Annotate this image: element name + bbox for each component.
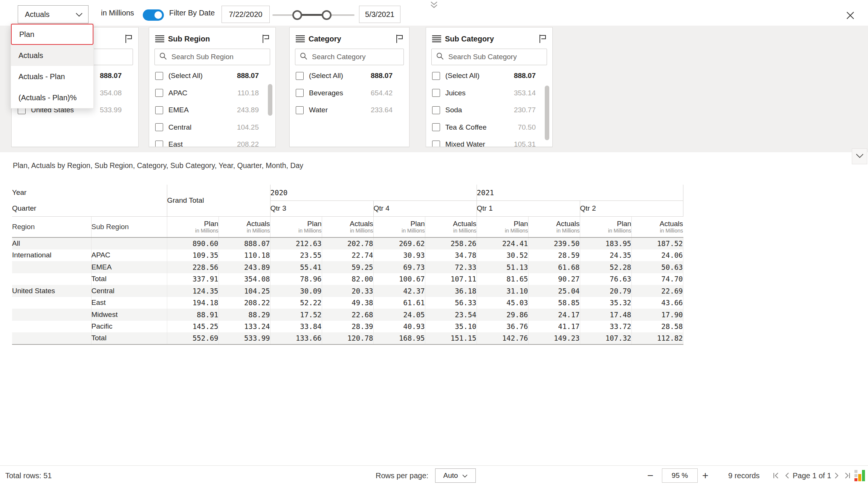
previous-page-button[interactable] <box>784 472 790 479</box>
chevron-down-icon <box>462 471 468 480</box>
filter-item-list: (Select All)888.07Beverages654.42Water23… <box>295 28 404 147</box>
measure-dropdown[interactable]: Actuals <box>18 5 89 23</box>
sub-region-cell: Central <box>91 285 167 297</box>
rows-per-page-select[interactable]: Auto <box>435 468 476 483</box>
value-cell: 109.35 <box>167 249 219 262</box>
value-cell: 133.66 <box>270 332 322 344</box>
close-button[interactable] <box>845 11 856 21</box>
menu-option-actuals-plan[interactable]: (Actuals - Plan)% <box>11 87 93 108</box>
expand-filters-button[interactable] <box>852 148 867 164</box>
collapse-toolbar-icon[interactable] <box>430 1 438 10</box>
value-cell: 45.03 <box>477 297 528 309</box>
value-cell: 28.39 <box>322 321 373 333</box>
filter-item-label: EMEA <box>168 106 189 114</box>
sub-region-cell <box>91 237 167 249</box>
value-cell: 88.91 <box>167 309 219 321</box>
next-page-button[interactable] <box>833 472 840 479</box>
filter-item-value: 353.14 <box>514 89 536 97</box>
measure-name: Actuals <box>322 220 373 228</box>
value-cell: 354.08 <box>219 273 270 285</box>
checkbox[interactable] <box>155 106 163 114</box>
date-range-slider[interactable] <box>272 10 355 20</box>
measure-dropdown-value: Actuals <box>25 10 50 19</box>
filter-item-water[interactable]: Water233.64 <box>296 101 393 119</box>
value-cell: 239.50 <box>528 237 580 249</box>
year-header-2021: 2021 <box>477 185 683 200</box>
filter-item-select-all[interactable]: (Select All)888.07 <box>296 67 393 84</box>
checkbox[interactable] <box>296 72 304 80</box>
unit-label: in Millions <box>101 0 134 26</box>
scrollbar-thumb[interactable] <box>545 86 549 140</box>
slider-handle-start[interactable] <box>292 10 302 20</box>
end-date-input[interactable] <box>359 6 400 23</box>
filter-item-mixed-water[interactable]: Mixed Water105.31 <box>432 136 536 147</box>
zoom-level-input[interactable] <box>662 468 698 483</box>
zoom-out-button[interactable]: − <box>645 467 656 485</box>
measure-unit: in Millions <box>580 228 631 234</box>
region-cell: International <box>12 249 91 262</box>
actuals-column-header: Actualsin Millions <box>219 216 270 237</box>
filter-item-soda[interactable]: Soda230.77 <box>432 101 536 119</box>
checkbox[interactable] <box>155 89 163 97</box>
filter-item-value: 533.99 <box>100 106 122 114</box>
last-page-button[interactable] <box>843 472 851 479</box>
measure-unit: in Millions <box>322 228 373 234</box>
checkbox[interactable] <box>432 89 440 97</box>
checkbox[interactable] <box>296 89 304 97</box>
slider-handle-end[interactable] <box>322 10 332 20</box>
checkbox[interactable] <box>155 72 163 80</box>
start-date-input[interactable] <box>222 6 270 23</box>
menu-option-actuals[interactable]: Actuals <box>11 45 93 66</box>
measure-name: Plan <box>270 220 322 228</box>
scrollbar-thumb[interactable] <box>268 84 272 116</box>
status-bar: Total rows: 51 Rows per page: Auto − + 9… <box>0 465 868 485</box>
value-cell: 35.10 <box>425 321 477 333</box>
actuals-column-header: Actualsin Millions <box>322 216 373 237</box>
table-row-pacific: Pacific145.25133.2433.8428.3940.9335.103… <box>12 321 683 333</box>
value-cell: 17.90 <box>631 309 683 321</box>
year-row-label: Year <box>12 185 167 200</box>
region-cell: United States <box>12 285 91 297</box>
menu-option-actuals-plan[interactable]: Actuals - Plan <box>11 66 93 87</box>
filter-item-emea[interactable]: EMEA243.89 <box>155 101 259 119</box>
filter-item-beverages[interactable]: Beverages654.42 <box>296 84 393 102</box>
value-cell: 74.70 <box>631 273 683 285</box>
filter-item-central[interactable]: Central104.25 <box>155 119 259 136</box>
value-cell: 33.84 <box>270 321 322 333</box>
table-row-total: Total552.69533.99133.66120.78168.95151.1… <box>12 332 683 344</box>
filter-item-tea-coffee[interactable]: Tea & Coffee70.50 <box>432 119 536 136</box>
toolbar: Actuals in Millions Filter By Date <box>0 0 868 26</box>
chevron-down-icon <box>75 10 83 19</box>
filter-item-select-all[interactable]: (Select All)888.07 <box>155 67 259 84</box>
filter-item-select-all[interactable]: (Select All)888.07 <box>432 67 536 84</box>
filter-item-east[interactable]: East208.22 <box>155 136 259 147</box>
checkbox[interactable] <box>296 106 304 114</box>
zoom-in-button[interactable]: + <box>700 467 711 485</box>
value-cell: 23.54 <box>425 309 477 321</box>
checkbox[interactable] <box>155 123 163 131</box>
toggle-knob <box>154 11 162 19</box>
actuals-column-header: Actualsin Millions <box>631 216 683 237</box>
value-cell: 25.04 <box>528 285 580 297</box>
measure-name: Actuals <box>529 220 580 228</box>
checkbox[interactable] <box>155 141 163 147</box>
filter-by-date-toggle[interactable] <box>143 9 164 21</box>
checkbox[interactable] <box>432 123 440 131</box>
filter-item-juices[interactable]: Juices353.14 <box>432 84 536 102</box>
filter-by-date-label: Filter By Date <box>169 0 215 26</box>
filter-item-value: 243.89 <box>237 106 259 114</box>
region-column-header: Region <box>12 216 91 237</box>
first-page-button[interactable] <box>772 472 780 479</box>
filter-item-apac[interactable]: APAC110.18 <box>155 84 259 102</box>
checkbox[interactable] <box>432 72 440 80</box>
value-cell: 890.60 <box>167 237 219 249</box>
menu-option-plan[interactable]: Plan <box>11 24 93 45</box>
sub-region-cell: Total <box>91 273 167 285</box>
checkbox[interactable] <box>432 106 440 114</box>
value-cell: 55.41 <box>270 261 322 273</box>
filter-panel-sub-region: Sub Region(Select All)888.07APAC110.18EM… <box>149 27 276 147</box>
filter-panel-category: Category(Select All)888.07Beverages654.4… <box>289 27 410 147</box>
value-cell: 24.35 <box>580 249 631 262</box>
checkbox[interactable] <box>432 141 440 147</box>
value-cell: 17.52 <box>270 309 322 321</box>
